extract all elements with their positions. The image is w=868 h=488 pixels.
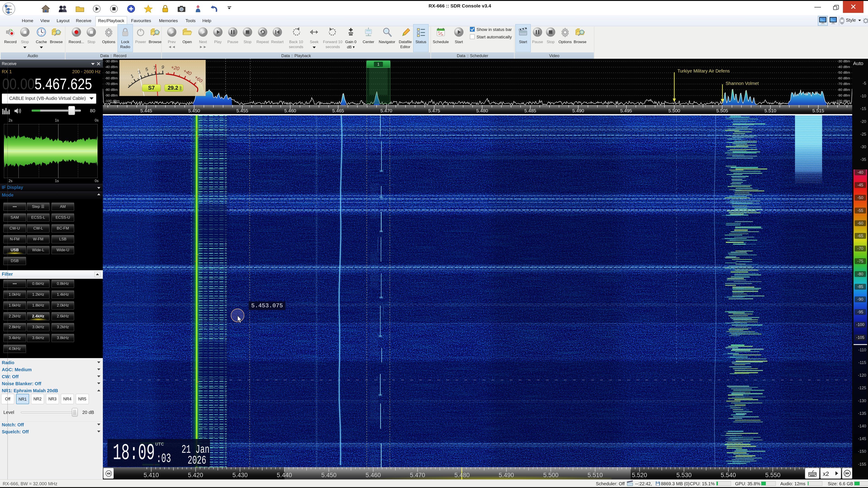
svg-text:29.2: 29.2 [168,85,178,91]
svg-text:SNR: SNR [180,86,182,91]
svg-text:9: 9 [161,64,164,70]
svg-text:S7: S7 [148,85,155,91]
